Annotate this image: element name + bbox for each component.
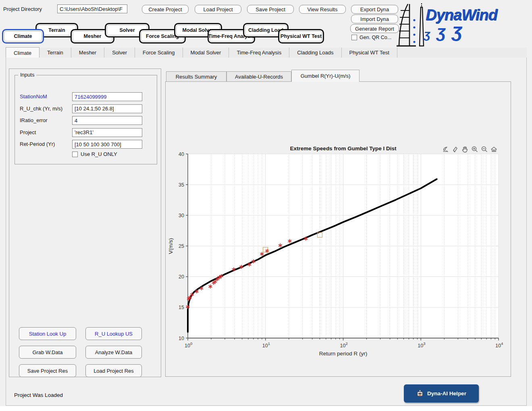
r-u-chk-yr-m-s-field[interactable]: [10 24.1;50 26.8] xyxy=(72,104,142,113)
wind-swirl-icons: ʒ ʒ ʒ xyxy=(424,21,462,40)
export-icon[interactable] xyxy=(442,145,449,153)
iratio-error-field[interactable]: 4 xyxy=(72,116,142,125)
svg-text:102: 102 xyxy=(340,341,348,349)
svg-text:104: 104 xyxy=(495,341,503,349)
grab-w-data-button[interactable]: Grab W.Data xyxy=(19,346,76,359)
tab-physical-wt-test[interactable]: Physical WT Test xyxy=(342,48,397,58)
status-text: Project Was Loaded xyxy=(14,392,63,398)
use-ru-only-checkbox[interactable] xyxy=(72,152,78,157)
wind-profile-and-tower-logo xyxy=(396,2,426,48)
ret-period-yr-field[interactable]: [10 50 100 300 700] xyxy=(72,140,142,149)
iratio-error-label: IRatio_error xyxy=(20,117,48,123)
view-results-button[interactable]: View Results xyxy=(299,5,346,14)
save-project-button[interactable]: Save Project xyxy=(247,5,294,14)
inputs-groupbox: Inputs StationNoM71624099999R_U_chk (Yr,… xyxy=(15,75,157,164)
svg-text:101: 101 xyxy=(262,341,270,349)
wind-swirl-icon: ʒ xyxy=(452,21,462,40)
svg-text:30: 30 xyxy=(179,213,184,218)
home-icon[interactable] xyxy=(490,145,498,153)
svg-text:15: 15 xyxy=(179,305,184,310)
brush-icon[interactable] xyxy=(451,145,459,153)
zoom-in-icon[interactable] xyxy=(471,145,478,153)
stationnom-field[interactable]: 71624099999 xyxy=(72,92,142,101)
svg-text:10: 10 xyxy=(179,336,184,341)
generate-report-button[interactable]: Generate Report xyxy=(350,24,399,33)
app-window: Project Directory C:\Users\AboSh\Desktop… xyxy=(0,0,532,406)
gen-qr-checkbox-label: Gen. QR Co... xyxy=(360,35,391,40)
load-project-res-button[interactable]: Load Project Res xyxy=(85,364,142,377)
axes-toolbar xyxy=(442,145,498,153)
chart-title: Extreme Speeds from Gumbel Type I Dist xyxy=(290,145,397,152)
project-directory-field[interactable]: C:\Users\AboSh\Desktop\F xyxy=(57,4,127,13)
tab-mesher[interactable]: Mesher xyxy=(71,48,104,58)
svg-text:103: 103 xyxy=(418,341,425,349)
project-field[interactable]: 'rec3R1' xyxy=(72,128,142,137)
svg-text:25: 25 xyxy=(179,243,184,249)
results-tab-available-u-records[interactable]: Available-U-Records xyxy=(227,71,291,82)
svg-text:100: 100 xyxy=(185,341,192,349)
wind-swirl-icon: ʒ xyxy=(424,28,430,40)
results-tab-gumbel-r-yr-u-m-s[interactable]: Gumbel R(Yr)-U(m/s) xyxy=(291,70,360,82)
svg-text:40: 40 xyxy=(179,152,184,157)
svg-text:20: 20 xyxy=(179,274,184,280)
create-project-button[interactable]: Create Project xyxy=(142,5,189,14)
save-project-res-button[interactable]: Save Project Res xyxy=(19,364,76,377)
fancy-tab-climate[interactable]: Climate xyxy=(2,29,44,44)
zoom-out-icon[interactable] xyxy=(480,145,488,153)
station-look-up-button[interactable]: Station Look Up xyxy=(19,327,76,340)
load-project-button[interactable]: Load Project xyxy=(195,5,241,14)
project-label: Project xyxy=(20,129,36,135)
main-tab-strip: ClimateTerrainMesherSolverForce ScalingM… xyxy=(6,48,527,58)
robot-icon xyxy=(416,390,424,397)
r-u-lookup-us-button[interactable]: R_U Lookup US xyxy=(85,327,142,340)
import-dyna-button[interactable]: Import Dyna xyxy=(351,15,398,23)
export-dyna-button[interactable]: Export Dyna xyxy=(351,5,398,14)
x-axis-label: Return period R (yr) xyxy=(319,351,367,357)
dyna-ai-helper-button[interactable]: Dyna-AI Helper xyxy=(404,384,479,403)
dyna-ai-helper-label: Dyna-AI Helper xyxy=(427,390,466,396)
wind-swirl-icon: ʒ xyxy=(437,23,446,40)
tab-cladding-loads[interactable]: Cladding Loads xyxy=(289,48,341,58)
use-ru-only-label: Use R_U ONLY xyxy=(81,151,117,157)
stationnom-label: StationNoM xyxy=(20,93,47,100)
use-ru-only-checkbox-row[interactable]: Use R_U ONLY xyxy=(72,151,117,157)
project-directory-label: Project Directory xyxy=(3,6,42,12)
gen-qr-checkbox-row[interactable]: Gen. QR Co... xyxy=(351,35,391,40)
tab-terrain[interactable]: Terrain xyxy=(39,48,71,58)
tab-climate[interactable]: Climate xyxy=(6,47,39,58)
pan-icon[interactable] xyxy=(461,145,469,153)
fancy-tab-physical-wt-test[interactable]: Physical WT Test xyxy=(278,29,324,44)
ret-period-yr-label: Ret-Period (Yr) xyxy=(20,141,55,147)
y-axis-label: V(m/s) xyxy=(168,238,174,254)
tab-force-scaling[interactable]: Force Scaling xyxy=(135,48,183,58)
gumbel-chart: 10010110210310410152025303540Extreme Spe… xyxy=(166,144,511,358)
results-tab-results-summary[interactable]: Results Summary xyxy=(166,71,227,82)
r-u-chk-yr-m-s-label: R_U_chk (Yr, m/s) xyxy=(20,106,62,112)
inputs-groupbox-title: Inputs xyxy=(18,72,36,78)
analyze-w-data-button[interactable]: Analyze W.Data xyxy=(85,346,142,359)
tab-modal-solver[interactable]: Modal Solver xyxy=(183,48,229,58)
svg-text:35: 35 xyxy=(179,182,184,188)
gen-qr-checkbox[interactable] xyxy=(351,35,357,40)
tab-solver[interactable]: Solver xyxy=(104,48,135,58)
tab-time-freq-analysis[interactable]: Time-Freq Analysis xyxy=(229,48,289,58)
